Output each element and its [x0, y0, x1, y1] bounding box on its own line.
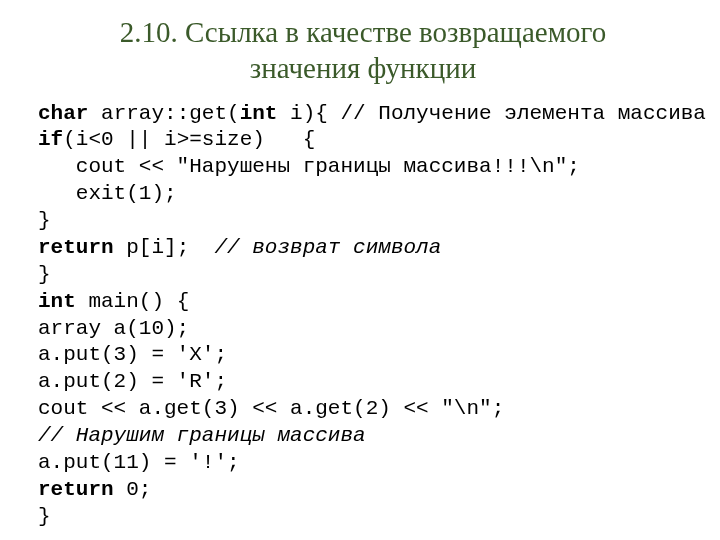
- title-line-1: 2.10. Ссылка в качестве возвращаемого: [120, 16, 606, 48]
- code-text: a.put(11) = '!';: [38, 451, 240, 474]
- code-text: }: [38, 505, 51, 528]
- slide: 2.10. Ссылка в качестве возвращаемого зн…: [0, 0, 720, 540]
- comment: // возврат символа: [214, 236, 441, 259]
- code-text: exit(1);: [38, 182, 177, 205]
- code-text: cout << a.get(3) << a.get(2) << "\n";: [38, 397, 504, 420]
- code-block: char array::get(int i){ // Получение эле…: [38, 101, 688, 531]
- code-text: p[i];: [114, 236, 215, 259]
- kw-return: return: [38, 236, 114, 259]
- code-text: array a(10);: [38, 317, 189, 340]
- slide-title: 2.10. Ссылка в качестве возвращаемого зн…: [38, 14, 688, 87]
- code-text: (i<0 || i>=size) {: [63, 128, 315, 151]
- code-text: }: [38, 263, 51, 286]
- code-text: }: [38, 209, 51, 232]
- kw-int: int: [38, 290, 76, 313]
- code-text: 0;: [114, 478, 152, 501]
- kw-int: int: [240, 102, 278, 125]
- code-text: a.put(2) = 'R';: [38, 370, 227, 393]
- kw-return: return: [38, 478, 114, 501]
- code-text: i){ // Получение элемента массива: [277, 102, 705, 125]
- title-line-2: значения функции: [250, 52, 477, 84]
- code-text: cout << "Нарушены границы массива!!!\n";: [38, 155, 580, 178]
- kw-char: char: [38, 102, 88, 125]
- kw-if: if: [38, 128, 63, 151]
- code-text: a.put(3) = 'X';: [38, 343, 227, 366]
- code-text: array::get(: [88, 102, 239, 125]
- comment: // Нарушим границы массива: [38, 424, 366, 447]
- code-text: main() {: [76, 290, 189, 313]
